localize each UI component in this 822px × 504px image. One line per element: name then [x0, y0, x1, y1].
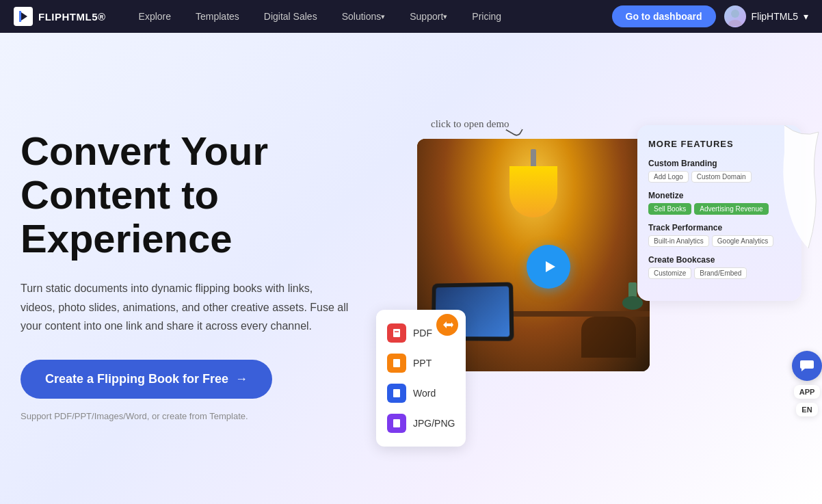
- logo[interactable]: FLIPHTML5®: [14, 7, 106, 26]
- nav-digital-sales[interactable]: Digital Sales: [252, 0, 330, 33]
- logo-text: FLIPHTML5®: [38, 11, 106, 23]
- feature-track-title: Track Performance: [648, 223, 791, 233]
- chat-button[interactable]: [792, 351, 822, 381]
- svg-marker-4: [546, 261, 555, 272]
- page-curl: [781, 125, 822, 248]
- features-panel: MORE FEATURES Custom Branding Add Logo C…: [637, 125, 801, 301]
- format-img-label: JPG/PNG: [413, 418, 455, 429]
- feature-bookcase: Create Bookcase Customize Brand/Embed: [648, 255, 791, 279]
- hero-description: Turn static documents into dynamic flipp…: [21, 279, 349, 335]
- format-pdf-label: PDF: [413, 328, 432, 339]
- feature-custom-branding: Custom Branding Add Logo Custom Domain: [648, 159, 791, 183]
- nav-solutions[interactable]: Solutions: [330, 0, 398, 33]
- ppt-icon: [387, 354, 406, 373]
- nav-links: Explore Templates Digital Sales Solution…: [127, 0, 612, 33]
- logo-icon: [14, 7, 33, 26]
- demo-label: click to open demo: [431, 118, 509, 130]
- pdf-icon: [387, 323, 406, 343]
- feature-tag: Built-in Analytics: [648, 235, 709, 247]
- format-ppt[interactable]: PPT: [387, 348, 455, 378]
- feature-tag: Brand/Embed: [694, 267, 747, 279]
- hero-left: Convert Your Content to Experience Turn …: [21, 129, 376, 421]
- nav-right: Go to dashboard FlipHTML5 ▾: [612, 5, 808, 27]
- img-icon: [387, 414, 406, 433]
- hero-section: Convert Your Content to Experience Turn …: [0, 33, 822, 504]
- feature-monetize: Monetize Sell Books Advertising Revenue: [648, 191, 791, 215]
- convert-badge: [436, 314, 458, 336]
- hero-title: Convert Your Content to Experience: [21, 129, 349, 260]
- feature-tag: Sell Books: [648, 203, 691, 215]
- feature-tag: Customize: [648, 267, 691, 279]
- user-menu[interactable]: FlipHTML5 ▾: [724, 5, 808, 27]
- nav-templates[interactable]: Templates: [183, 0, 252, 33]
- features-panel-title: MORE FEATURES: [648, 139, 791, 149]
- format-word-label: Word: [413, 388, 436, 399]
- user-dropdown-icon: ▾: [804, 11, 808, 22]
- hero-subtext: Support PDF/PPT/Images/Word, or create f…: [21, 411, 349, 421]
- user-name: FlipHTML5: [752, 11, 798, 22]
- feature-bookcase-title: Create Bookcase: [648, 255, 791, 265]
- navbar: FLIPHTML5® Explore Templates Digital Sal…: [0, 0, 822, 33]
- format-ppt-label: PPT: [413, 358, 432, 369]
- feature-monetize-title: Monetize: [648, 191, 791, 200]
- feature-custom-branding-title: Custom Branding: [648, 159, 791, 168]
- cta-label: Create a Flipping Book for Free: [45, 372, 228, 386]
- hero-right: click to open demo: [376, 111, 801, 440]
- play-button[interactable]: [527, 245, 570, 289]
- nav-support[interactable]: Support: [397, 0, 460, 33]
- format-img[interactable]: JPG/PNG: [387, 408, 455, 438]
- svg-rect-9: [393, 419, 400, 427]
- svg-point-2: [731, 10, 739, 18]
- en-label[interactable]: EN: [796, 403, 817, 416]
- svg-rect-8: [393, 389, 400, 397]
- svg-point-3: [728, 20, 742, 26]
- cta-arrow: →: [235, 372, 248, 386]
- nav-pricing[interactable]: Pricing: [460, 0, 514, 33]
- feature-tag: Advertising Revenue: [694, 203, 768, 215]
- feature-tag: Google Analytics: [712, 235, 774, 247]
- nav-explore[interactable]: Explore: [127, 0, 183, 33]
- feature-tag: Add Logo: [648, 171, 689, 183]
- avatar: [724, 5, 746, 27]
- format-word[interactable]: Word: [387, 378, 455, 408]
- feature-track-performance: Track Performance Built-in Analytics Goo…: [648, 223, 791, 247]
- svg-rect-5: [393, 329, 400, 337]
- word-icon: [387, 384, 406, 403]
- floating-sidebar: APP EN: [792, 351, 822, 416]
- app-label[interactable]: APP: [794, 385, 821, 399]
- dashboard-button[interactable]: Go to dashboard: [612, 5, 716, 27]
- feature-tag: Custom Domain: [691, 171, 752, 183]
- svg-rect-1: [19, 11, 21, 22]
- svg-rect-7: [393, 359, 400, 367]
- cta-button[interactable]: Create a Flipping Book for Free →: [21, 360, 272, 399]
